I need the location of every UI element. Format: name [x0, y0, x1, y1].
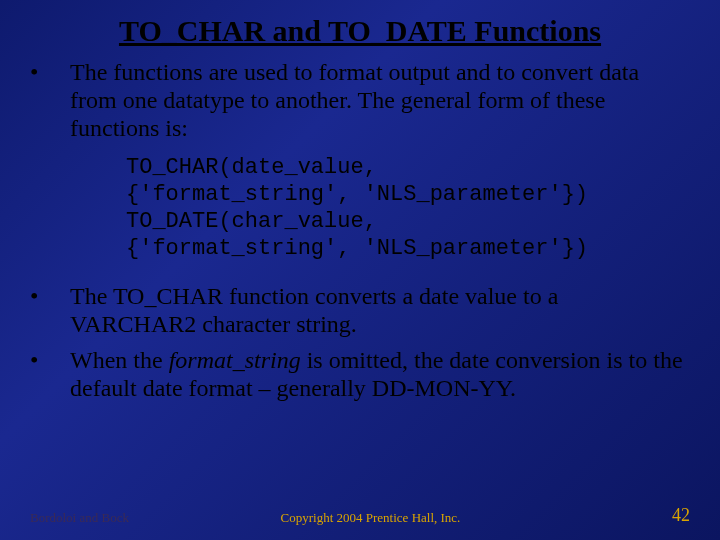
bullet-text: The functions are used to format output … [70, 58, 690, 142]
slide-content: • The functions are used to format outpu… [0, 58, 720, 402]
bullet-text: When the format_string is omitted, the d… [70, 346, 690, 402]
bullet-item: • The functions are used to format outpu… [30, 58, 690, 142]
code-line: TO_CHAR(date_value, [126, 155, 377, 180]
slide-footer: Bordoloi and Bock Copyright 2004 Prentic… [0, 505, 720, 526]
slide-title: TO_CHAR and TO_DATE Functions [0, 0, 720, 58]
italic-text: format_string [169, 347, 301, 373]
bullet-marker: • [30, 58, 70, 86]
code-line: {'format_string', 'NLS_parameter'}) [126, 236, 588, 261]
text-span: When the [70, 347, 169, 373]
bullet-marker: • [30, 346, 70, 374]
footer-copyright: Copyright 2004 Prentice Hall, Inc. [69, 510, 672, 526]
bullet-item: • The TO_CHAR function converts a date v… [30, 282, 690, 338]
bullet-item: • When the format_string is omitted, the… [30, 346, 690, 402]
bullet-text: The TO_CHAR function converts a date val… [70, 282, 690, 338]
slide-number: 42 [672, 505, 690, 526]
bullet-marker: • [30, 282, 70, 310]
code-block: TO_CHAR(date_value, {'format_string', 'N… [126, 154, 690, 262]
code-line: TO_DATE(char_value, [126, 209, 377, 234]
code-line: {'format_string', 'NLS_parameter'}) [126, 182, 588, 207]
